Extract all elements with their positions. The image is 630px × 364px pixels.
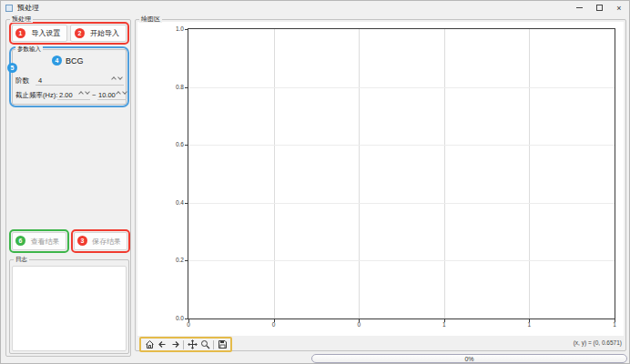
plot-axes[interactable]: 0 0 0 1 1 1 1.0 0.8 0.6 0.4 0.2 0.0 [188, 28, 615, 319]
y-tick-label: 0.8 [164, 84, 184, 90]
params-group-label: 参数输入 [15, 46, 43, 53]
toolbar-separator [213, 340, 214, 349]
close-icon: × [616, 4, 621, 13]
cutoff-high-value[interactable]: 10.00 [98, 91, 116, 99]
gridline-h [188, 260, 615, 261]
y-tick-label: 0.2 [164, 257, 184, 263]
y-tick-label: 0.6 [164, 141, 184, 147]
spin-up-icon[interactable] [116, 91, 121, 96]
y-tick-label: 0.0 [164, 315, 184, 321]
cutoff-high-spin-arrows[interactable] [117, 92, 127, 96]
annotation-badge-5: 5 [7, 63, 17, 73]
maximize-icon [596, 5, 603, 11]
maximize-button[interactable] [589, 1, 609, 15]
cutoff-high-spinbox[interactable]: 10.00 [97, 88, 127, 100]
annotation-badge-1: 1 [15, 28, 25, 38]
log-group-label: 日志 [14, 256, 29, 263]
order-spinbox[interactable]: 4 [36, 74, 124, 86]
save-results-label: 保存结果 [92, 237, 121, 247]
left-panel-label: 预处理 [10, 15, 33, 23]
plot-canvas[interactable]: 0 0 0 1 1 1 1.0 0.8 0.6 0.4 0.2 0.0 [137, 22, 624, 336]
x-tick-label: 1 [605, 321, 624, 328]
log-textarea[interactable] [12, 266, 127, 351]
close-button[interactable]: × [609, 1, 629, 15]
spin-up-icon[interactable] [111, 76, 117, 82]
app-window: 预处理 × 预处理 导入设置 开始导入 1 2 参数输入 4 BCG 5 阶数 … [0, 0, 630, 364]
minimize-button[interactable] [569, 1, 589, 15]
y-tick-label: 1.0 [164, 25, 184, 32]
cutoff-low-spinbox[interactable]: 2.00 [57, 88, 90, 100]
progress-value: 0% [464, 356, 473, 362]
signal-type-combobox[interactable]: BCG [66, 56, 84, 66]
gridline-v [274, 29, 275, 318]
spin-down-icon[interactable] [85, 89, 90, 95]
save-icon[interactable] [217, 339, 228, 350]
cutoff-low-value[interactable]: 2.00 [59, 91, 73, 99]
start-import-label: 开始导入 [90, 28, 119, 38]
x-tick-label: 1 [520, 321, 538, 328]
x-tick-label: 1 [435, 321, 453, 328]
gridline-h [188, 87, 615, 88]
pan-icon[interactable] [187, 339, 198, 350]
home-icon[interactable] [144, 339, 155, 350]
annotation-badge-4: 4 [52, 56, 62, 66]
y-tick-label: 0.4 [164, 199, 184, 206]
view-results-label: 查看结果 [31, 237, 60, 247]
progress-bar: 0% [311, 354, 627, 363]
app-icon [5, 5, 13, 12]
spin-up-icon[interactable] [78, 91, 84, 96]
cutoff-low-spin-arrows[interactable] [79, 92, 89, 96]
cursor-coords-readout: (x, y) = (0, 0.6571) [574, 339, 622, 346]
x-tick-label: 0 [265, 321, 283, 328]
annotation-badge-3: 3 [77, 236, 87, 246]
zoom-icon[interactable] [199, 339, 210, 350]
minimize-icon [576, 7, 583, 8]
spin-down-icon[interactable] [122, 89, 127, 95]
gridline-v [529, 29, 530, 318]
order-spin-arrows[interactable] [112, 77, 122, 81]
annotation-badge-6: 6 [15, 236, 25, 246]
x-tick-label: 0 [350, 321, 368, 328]
toolbar-separator [183, 340, 184, 349]
title-bar: 预处理 × [1, 1, 629, 15]
import-settings-label: 导入设置 [32, 28, 61, 38]
gridline-h [188, 145, 615, 146]
cutoff-separator: ~ [92, 91, 96, 99]
forward-icon[interactable] [169, 339, 180, 350]
window-title: 预处理 [17, 3, 39, 13]
spin-down-icon[interactable] [117, 75, 123, 80]
gridline-v [444, 29, 445, 318]
x-tick-label: 0 [179, 321, 198, 328]
gridline-h [188, 203, 615, 204]
back-icon[interactable] [157, 339, 168, 350]
plot-toolbar [139, 337, 232, 352]
plot-panel-label: 绘图区 [139, 15, 162, 23]
cutoff-label: 截止频率(Hz): [15, 91, 57, 100]
gridline-v [359, 29, 360, 318]
order-value[interactable]: 4 [38, 76, 42, 85]
order-label: 阶数 [15, 76, 29, 86]
annotation-badge-2: 2 [75, 28, 85, 38]
